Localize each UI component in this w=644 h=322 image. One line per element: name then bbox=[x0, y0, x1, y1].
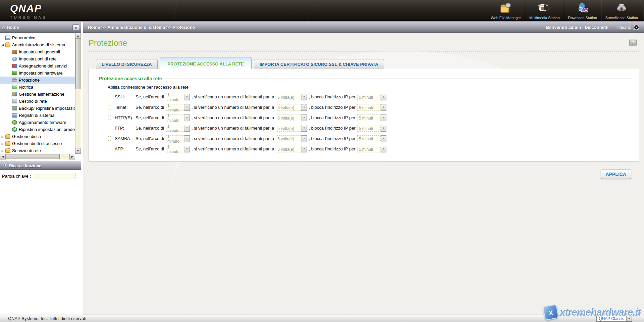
chevron-down-icon[interactable]: ▼ bbox=[184, 125, 190, 132]
horizontal-scroll-thumb[interactable] bbox=[6, 154, 60, 159]
failures-dropdown[interactable]: 5 volta(e)▼ bbox=[276, 114, 307, 121]
sidebar-item-impostazioni-hardware[interactable]: Impostazioni hardware bbox=[0, 70, 75, 77]
tree-collapsed-icon[interactable]: ▷ bbox=[0, 149, 5, 152]
chevron-down-icon[interactable]: ▼ bbox=[301, 125, 307, 132]
chevron-down-icon[interactable]: ▼ bbox=[184, 104, 190, 111]
chevron-down-icon[interactable]: ▼ bbox=[184, 135, 190, 142]
block-duration-dropdown[interactable]: 5 minuti▼ bbox=[357, 125, 386, 132]
theme-select[interactable]: QNAP Classic ▼ bbox=[596, 316, 632, 322]
tab-protezione-accesso-alla-rete[interactable]: PROTEZIONE ACCESSO ALLA RETE bbox=[160, 57, 252, 69]
sidebar-item-gestione-alimentazione[interactable]: Gestione alimentazione bbox=[0, 91, 75, 98]
chevron-down-icon[interactable]: ▼ bbox=[301, 94, 307, 100]
block-duration-dropdown-value: 5 minuti bbox=[357, 104, 381, 111]
download-station-shortcut[interactable]: Download Station bbox=[564, 0, 601, 21]
chevron-down-icon[interactable]: ▼ bbox=[381, 125, 386, 132]
sidebar-item-servizio-di-rete[interactable]: ▷Servizio di rete bbox=[0, 147, 75, 154]
service-enable-checkbox[interactable] bbox=[108, 105, 112, 109]
sidebar-item-panoramica[interactable]: Panoramica bbox=[0, 34, 75, 41]
folder-open-icon bbox=[5, 43, 10, 47]
interval-dropdown[interactable]: 1 minuto▼ bbox=[166, 125, 190, 132]
sidebar-collapse-button[interactable]: « bbox=[72, 25, 79, 30]
chevron-down-icon[interactable]: ▼ bbox=[301, 146, 307, 152]
interval-dropdown-value: 1 minuto bbox=[166, 114, 184, 121]
help-icon[interactable]: ? bbox=[629, 39, 637, 46]
sidebar-item-amministrazione-di-sistema[interactable]: ◢Amministrazione di sistema bbox=[0, 41, 75, 48]
chevron-down-icon[interactable]: ▼ bbox=[381, 135, 386, 142]
surveillance-station-shortcut[interactable]: Surveillance Station bbox=[601, 0, 642, 21]
chevron-down-icon[interactable]: ▼ bbox=[381, 146, 386, 152]
chevron-down-icon[interactable]: ▼ bbox=[301, 104, 307, 111]
tree-collapsed-icon[interactable]: ▷ bbox=[0, 142, 5, 145]
apply-button[interactable]: APPLICA bbox=[601, 170, 631, 179]
rule-text: , blocca l'indirizzo IP per bbox=[309, 105, 356, 110]
enable-connection-checkbox[interactable] bbox=[99, 85, 103, 89]
welcome-logout-text[interactable]: Benvenuti admin | Disconnetti bbox=[546, 25, 608, 30]
rule-text: , blocca l'indirizzo IP per bbox=[309, 115, 356, 120]
block-duration-dropdown[interactable]: 5 minuti▼ bbox=[357, 94, 386, 100]
scroll-right-icon[interactable]: ▶ bbox=[69, 154, 75, 159]
sidebar-item-backup-ripristina-impostazioni[interactable]: Backup/ Ripristina impostazioni bbox=[0, 105, 75, 112]
keyword-row: Parola chiave : bbox=[0, 170, 81, 182]
chevron-down-icon[interactable]: ▼ bbox=[184, 114, 190, 121]
tree-collapsed-icon[interactable]: ▷ bbox=[0, 135, 5, 138]
interval-dropdown-value: 1 minuto bbox=[166, 94, 184, 100]
interval-dropdown[interactable]: 1 minuto▼ bbox=[166, 94, 190, 100]
tab-importa-certificato-sicuro-ssl-chiave-privata[interactable]: IMPORTA CERTIFICATO SICURO SSL & CHIAVE … bbox=[254, 59, 384, 69]
chevron-down-icon[interactable]: ▼ bbox=[184, 94, 190, 100]
interval-dropdown[interactable]: 1 minuto▼ bbox=[166, 114, 190, 121]
interval-dropdown[interactable]: 1 minuto▼ bbox=[166, 135, 190, 142]
multimedia-station-shortcut[interactable]: Multimedia Station bbox=[525, 0, 564, 21]
sidebar-item-label: Cestino di rete bbox=[19, 99, 47, 104]
failures-dropdown[interactable]: 5 volta(e)▼ bbox=[276, 94, 307, 100]
sidebar-item-impostazioni-generali[interactable]: Impostazioni generali bbox=[0, 48, 75, 55]
tree-vertical-scrollbar[interactable]: ▲ ▼ bbox=[75, 33, 81, 154]
chevron-down-icon[interactable]: ▼ bbox=[381, 114, 386, 121]
block-duration-dropdown[interactable]: 5 minuti▼ bbox=[357, 146, 386, 152]
chevron-down-icon[interactable]: ▼ bbox=[381, 94, 386, 100]
failures-dropdown[interactable]: 5 volta(e)▼ bbox=[276, 125, 307, 132]
scroll-left-icon[interactable]: ◀ bbox=[0, 154, 6, 159]
interval-dropdown[interactable]: 1 minuto▼ bbox=[166, 104, 190, 111]
chevron-down-icon[interactable]: ▼ bbox=[381, 104, 386, 111]
chevron-down-icon[interactable]: ▼ bbox=[184, 146, 190, 152]
keyword-input[interactable] bbox=[33, 173, 76, 179]
sidebar-item-ripristina-impostazioni-predefinite[interactable]: Ripristina impostazioni predefinite bbox=[0, 126, 75, 133]
sidebar: ⌂ Home « Panoramica◢Amministrazione di s… bbox=[0, 22, 81, 315]
sidebar-item-registri-di-sistema[interactable]: Registri di sistema bbox=[0, 112, 75, 119]
failures-dropdown[interactable]: 5 volta(e)▼ bbox=[276, 146, 307, 152]
sidebar-item-gestione-disco[interactable]: ▷Gestione disco bbox=[0, 133, 75, 140]
block-duration-dropdown[interactable]: 5 minuti▼ bbox=[357, 135, 386, 142]
service-enable-checkbox[interactable] bbox=[108, 95, 112, 99]
chevron-down-icon[interactable]: ▼ bbox=[301, 135, 307, 142]
block-duration-dropdown[interactable]: 5 minuti▼ bbox=[357, 104, 386, 111]
sidebar-item-impostazioni-di-rete[interactable]: Impostazioni di rete bbox=[0, 55, 75, 62]
tree-expanded-icon[interactable]: ◢ bbox=[0, 43, 5, 47]
sidebar-item-notifica[interactable]: Notifica bbox=[0, 84, 75, 91]
sidebar-item-aggiornamento-firmware[interactable]: Aggiornamento firmware bbox=[0, 119, 75, 126]
chevron-down-icon[interactable]: ▼ bbox=[301, 114, 307, 121]
page-title: Protezione bbox=[89, 38, 127, 48]
web-file-manager-shortcut[interactable]: Web File Manager bbox=[487, 0, 525, 21]
sidebar-item-cestino-di-rete[interactable]: Cestino di rete bbox=[0, 98, 75, 105]
scroll-down-icon[interactable]: ▼ bbox=[75, 148, 81, 154]
download-station-icon bbox=[576, 2, 589, 15]
sidebar-item-protezione[interactable]: Protezione bbox=[0, 77, 75, 84]
tree-horizontal-scrollbar[interactable]: ◀ ▶ bbox=[0, 154, 75, 159]
service-enable-checkbox[interactable] bbox=[108, 136, 112, 141]
failures-dropdown[interactable]: 5 volta(e)▼ bbox=[276, 104, 307, 111]
service-enable-checkbox[interactable] bbox=[108, 116, 112, 120]
service-enable-checkbox[interactable] bbox=[108, 147, 112, 151]
sidebar-item-gestione-diritti-di-accesso[interactable]: ▷Gestione diritti di accesso bbox=[0, 140, 75, 147]
failures-dropdown[interactable]: 5 volta(e)▼ bbox=[276, 135, 307, 142]
block-duration-dropdown-value: 5 minuti bbox=[357, 135, 381, 142]
service-enable-checkbox[interactable] bbox=[108, 126, 112, 130]
sidebar-item-assegnazione-dei-servizi[interactable]: Assegnazione dei servizi bbox=[0, 62, 75, 70]
vertical-scroll-thumb[interactable] bbox=[75, 39, 80, 89]
service-rules-list: SSH:Se, nell'arco di1 minuto▼, si verifi… bbox=[108, 92, 632, 154]
scroll-up-icon[interactable]: ▲ bbox=[75, 33, 81, 39]
block-duration-dropdown[interactable]: 5 minuti▼ bbox=[357, 114, 386, 121]
interval-dropdown[interactable]: 1 minuto▼ bbox=[166, 146, 190, 152]
protection-lock-icon bbox=[12, 79, 17, 82]
language-dropdown-icon[interactable]: ▼ bbox=[634, 25, 639, 30]
tab-livello-di-sicurezza[interactable]: LIVELLO DI SICUREZZA bbox=[96, 59, 158, 69]
